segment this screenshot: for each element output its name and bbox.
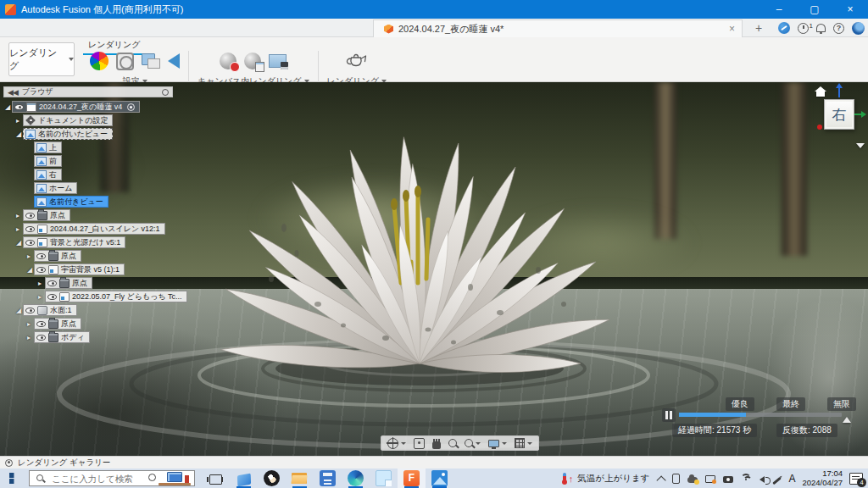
visibility-eye-icon[interactable] [25,213,35,219]
taskbar-app[interactable] [342,469,370,488]
taskbar-app[interactable] [258,469,286,488]
notifications-bell-icon[interactable] [816,24,826,32]
maximize-button[interactable]: ▢ [797,0,832,19]
avatar-icon[interactable] [852,22,865,35]
taskbar-app[interactable] [370,469,398,488]
visibility-eye-icon[interactable] [47,294,57,300]
decal-icon[interactable] [142,53,160,69]
expand-arrow-icon[interactable]: ▸ [27,252,34,260]
scene-settings-icon[interactable] [116,53,134,70]
grid-settings-icon[interactable] [515,438,525,448]
tab-close-icon[interactable]: × [729,23,735,35]
tree-item[interactable]: ドキュメントの設定 [23,114,113,126]
ime-mode-indicator[interactable]: A [788,473,795,485]
fit-icon[interactable] [465,439,473,447]
chevron-up-icon[interactable] [657,475,666,485]
taskbar-search[interactable] [29,470,195,486]
render-viewport[interactable]: ◀◀ ブラウザ ◢2024.04.27_夜の睡蓮 v4▸ドキュメントの設定◢名前… [0,82,868,456]
home-view-icon[interactable] [815,86,826,97]
camera-icon[interactable] [723,476,733,483]
appearance-icon[interactable] [90,52,108,70]
view-cube-menu-icon[interactable] [856,143,865,148]
in-canvas-render-settings-icon[interactable] [244,53,261,69]
tree-item[interactable]: 2024.04.27_夜の睡蓮 v4 [12,101,140,113]
tree-item[interactable]: 前 [34,155,62,167]
tree-item[interactable]: 原点 [23,209,70,221]
tree-item[interactable]: ボディ [34,331,90,343]
visibility-eye-icon[interactable] [25,308,35,313]
volume-icon[interactable] [760,476,765,483]
taskbar-app[interactable] [426,469,453,488]
visibility-eye-icon[interactable] [14,104,24,110]
render-teapot-icon[interactable] [346,53,368,69]
browser-display-icon[interactable] [162,89,169,96]
activate-component-radio[interactable] [127,103,135,111]
visibility-eye-icon[interactable] [47,280,57,286]
expand-arrow-icon[interactable]: ▸ [38,293,45,301]
edge-icon[interactable] [348,470,364,486]
tree-item[interactable]: 右 [34,169,62,180]
screen-share-icon[interactable] [705,475,715,483]
texture-icon[interactable] [168,53,180,69]
file-explorer-icon[interactable] [292,470,308,486]
expand-arrow-icon[interactable]: ◢ [5,103,12,111]
tree-item[interactable]: 2024.04.27_白いスイレン v12:1 [23,223,165,235]
rendering-gallery-bar[interactable]: レンダリング ギャラリー [0,456,868,469]
tree-item[interactable]: 宇宙背景 v5 (1):1 [34,263,125,275]
tree-item[interactable]: 上 [34,141,62,153]
quality-good-button[interactable]: 優良 [726,397,754,411]
search-input[interactable] [52,474,145,484]
expand-arrow-icon[interactable]: ◢ [27,266,34,274]
pause-render-button[interactable] [662,408,676,422]
visibility-eye-icon[interactable] [36,253,46,259]
tree-item[interactable]: 原点 [45,277,92,289]
tree-item[interactable]: 水面:1 [23,304,77,316]
extensions-icon[interactable] [778,22,790,34]
expand-arrow-icon[interactable]: ◢ [16,307,23,314]
visibility-eye-icon[interactable] [36,335,46,341]
in-canvas-render-icon[interactable] [220,53,236,69]
browser-panel-header[interactable]: ◀◀ ブラウザ [3,86,173,97]
taskbar-app[interactable] [398,469,426,488]
visibility-eye-icon[interactable] [25,226,35,232]
task-view-icon[interactable] [209,474,222,485]
new-tab-button[interactable]: + [751,20,766,36]
workspace-selector[interactable]: レンダリング [8,42,75,76]
expand-arrow-icon[interactable]: ▸ [16,212,23,219]
visibility-eye-icon[interactable] [36,267,46,273]
taskbar-app[interactable] [230,469,258,488]
taskbar-app[interactable] [314,469,342,488]
quality-final-button[interactable]: 最終 [776,397,805,411]
start-button[interactable] [0,469,29,488]
help-icon[interactable] [833,23,844,34]
render-progress-bar[interactable] [679,413,842,417]
quality-slider-marker[interactable] [843,417,851,423]
taskbar-app[interactable] [286,469,314,488]
expand-arrow-icon[interactable]: ▸ [16,225,23,233]
expand-arrow-icon[interactable]: ▸ [27,334,34,341]
expand-arrow-icon[interactable]: ▸ [27,320,34,328]
pen-icon[interactable] [773,476,782,484]
round-app-icon[interactable] [264,470,280,486]
zoom-icon[interactable] [448,439,457,447]
capture-image-icon[interactable] [269,54,287,68]
close-button[interactable]: × [832,0,868,19]
wifi-icon[interactable] [741,474,751,484]
tree-item[interactable]: 名前の付いたビュー [23,128,113,140]
expand-arrow-icon[interactable]: ▸ [16,117,23,125]
action-center-icon[interactable]: 4 [849,473,863,485]
look-at-icon[interactable] [414,438,425,449]
view-cube[interactable]: 右 [824,99,854,130]
collapse-panel-icon[interactable]: ◀◀ [8,88,18,97]
photos-icon[interactable] [431,470,448,486]
minimize-button[interactable]: – [761,0,797,19]
job-status-icon[interactable]: 1 [798,23,809,34]
tree-item[interactable]: ホーム [34,182,77,194]
display-settings-icon[interactable] [488,440,499,447]
calculator-icon[interactable] [320,470,336,486]
visibility-eye-icon[interactable] [25,240,35,246]
sync-cloud-icon[interactable] [687,477,698,483]
tree-item[interactable]: 原点 [34,250,81,262]
taskbar-clock[interactable]: 17:04 2024/04/27 [802,469,843,487]
taskbar-app[interactable] [202,469,230,488]
